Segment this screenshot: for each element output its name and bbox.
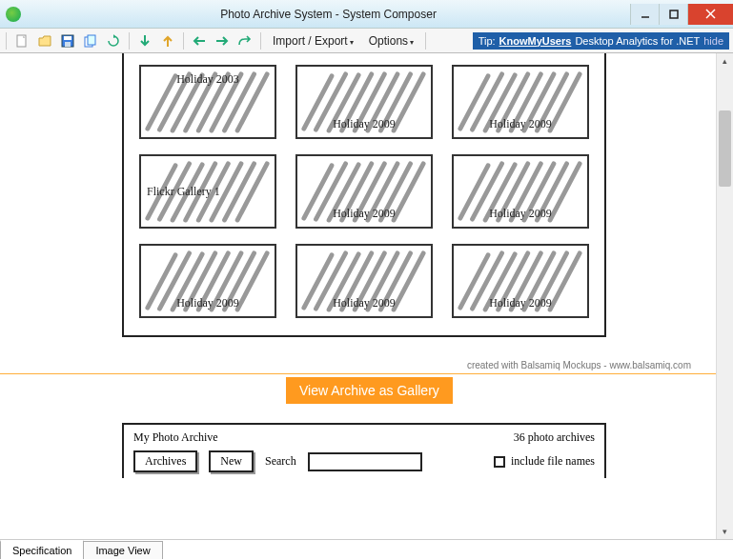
forward-arrow-icon[interactable]: [213, 31, 232, 50]
new-button[interactable]: New: [209, 450, 254, 472]
import-export-menu[interactable]: Import / Export▾: [267, 34, 359, 48]
tip-strip: Tip: KnowMyUsers Desktop Analytics for .…: [473, 32, 729, 50]
thumbnail-label: Holiday 2009: [454, 296, 587, 310]
content-area: Holiday 2003Holiday 2009Holiday 2009Flic…: [0, 53, 716, 539]
toolbar: Import / Export▾ Options▾ Tip: KnowMyUse…: [0, 29, 733, 53]
search-input[interactable]: [308, 452, 422, 471]
scroll-up-icon[interactable]: ▴: [717, 53, 733, 69]
close-button[interactable]: [687, 4, 733, 25]
gallery-thumbnail[interactable]: Flickr Gallery 1: [139, 154, 276, 229]
balsamiq-credit: created with Balsamiq Mockups - www.bals…: [467, 360, 691, 370]
thumbnail-label: Holiday 2009: [297, 296, 431, 310]
thumbnail-label: Holiday 2009: [454, 117, 587, 131]
tip-label: Tip:: [478, 35, 496, 47]
new-file-icon[interactable]: [12, 31, 31, 50]
bottom-tab-bar: Specification Image View: [0, 539, 733, 560]
scroll-down-icon[interactable]: ▾: [717, 524, 733, 539]
checkbox-icon: [494, 456, 505, 468]
titlebar: Photo Archive System - System Composer: [0, 0, 733, 29]
options-menu[interactable]: Options▾: [363, 34, 419, 48]
thumbnail-label: Holiday 2009: [297, 117, 431, 131]
gallery-thumbnail[interactable]: Holiday 2009: [295, 65, 433, 139]
gallery-thumbnail[interactable]: Holiday 2009: [452, 154, 589, 229]
down-arrow-icon[interactable]: [135, 31, 154, 50]
section-divider: [0, 373, 716, 374]
archive-header-mockup: My Photo Archive 36 photo archives Archi…: [122, 423, 606, 478]
tab-specification[interactable]: Specification: [0, 540, 84, 559]
include-filenames-checkbox[interactable]: include file names: [494, 454, 595, 469]
archives-button[interactable]: Archives: [133, 450, 197, 472]
gallery-thumbnail[interactable]: Holiday 2009: [295, 154, 433, 229]
gallery-thumbnail[interactable]: Holiday 2009: [452, 65, 589, 139]
svg-rect-9: [88, 35, 95, 45]
save-icon[interactable]: [58, 31, 77, 50]
thumbnail-label: Flickr Gallery 1: [147, 185, 220, 199]
copy-icon[interactable]: [81, 31, 100, 50]
archive-title: My Photo Archive: [133, 430, 218, 445]
window-title: Photo Archive System - System Composer: [27, 8, 630, 21]
maximize-button[interactable]: [659, 4, 687, 25]
redo-icon[interactable]: [235, 31, 255, 50]
search-label: Search: [265, 454, 296, 469]
refresh-icon[interactable]: [104, 31, 123, 50]
gallery-thumbnail[interactable]: Holiday 2009: [295, 244, 433, 318]
app-icon: [6, 7, 21, 22]
back-arrow-icon[interactable]: [190, 31, 209, 50]
minimize-button[interactable]: [630, 4, 659, 25]
gallery-thumbnail[interactable]: Holiday 2003: [139, 65, 276, 139]
svg-rect-1: [670, 10, 678, 18]
thumbnail-grid: Holiday 2003Holiday 2009Holiday 2009Flic…: [139, 65, 589, 318]
tip-link[interactable]: KnowMyUsers: [499, 35, 572, 47]
scroll-thumb[interactable]: [719, 110, 731, 187]
tab-image-view[interactable]: Image View: [83, 541, 162, 559]
up-arrow-icon[interactable]: [158, 31, 177, 50]
svg-rect-6: [64, 36, 71, 40]
view-archive-gallery-button[interactable]: View Archive as Gallery: [286, 377, 453, 404]
gallery-thumbnail[interactable]: Holiday 2009: [452, 244, 589, 318]
thumbnail-label: Holiday 2009: [141, 296, 275, 310]
tip-hide-button[interactable]: hide: [703, 35, 723, 47]
tip-text: Desktop Analytics for .NET: [575, 35, 700, 47]
vertical-scrollbar[interactable]: ▴ ▾: [716, 53, 733, 539]
svg-rect-7: [65, 42, 71, 47]
archive-count: 36 photo archives: [514, 430, 595, 445]
thumbnail-label: Holiday 2003: [141, 72, 275, 87]
gallery-mockup-frame: Holiday 2003Holiday 2009Holiday 2009Flic…: [122, 53, 606, 337]
gallery-thumbnail[interactable]: Holiday 2009: [139, 244, 276, 318]
include-filenames-label: include file names: [511, 454, 595, 469]
thumbnail-label: Holiday 2009: [297, 207, 431, 221]
open-folder-icon[interactable]: [35, 31, 54, 50]
thumbnail-label: Holiday 2009: [454, 207, 587, 221]
